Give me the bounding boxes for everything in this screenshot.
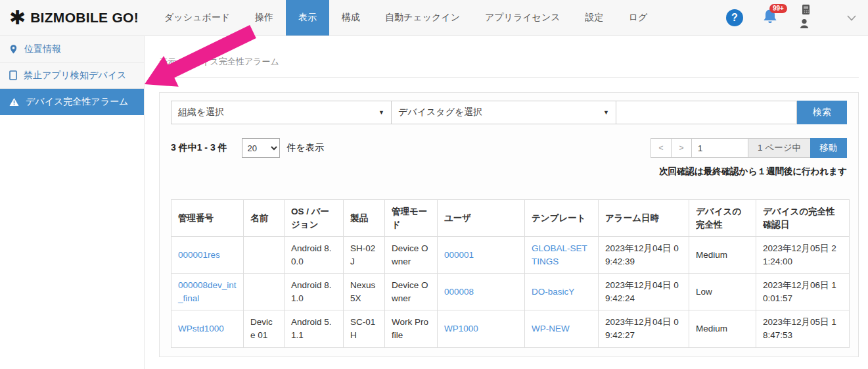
help-icon[interactable]: ? (726, 9, 743, 26)
table-row: WPstd1000 Device 01 Android 5.1.1 SC-01H… (171, 310, 850, 347)
user-link[interactable]: 000008 (444, 287, 474, 297)
template-link[interactable]: WP-NEW (532, 324, 570, 333)
nav-item-operation[interactable]: 操作 (242, 0, 286, 36)
management-number-link[interactable]: 000001res (178, 250, 220, 260)
nav-item-app-license[interactable]: アプリライセンス (472, 0, 573, 36)
col-header-management-mode: 管理モード (385, 200, 438, 237)
os-cell: Android 5.1.1 (285, 310, 344, 347)
warning-triangle-icon (9, 97, 19, 107)
sidebar-item-device-integrity-alarm[interactable]: デバイス完全性アラーム (0, 89, 144, 115)
sidebar-item-label: デバイス完全性アラーム (26, 96, 128, 108)
template-link[interactable]: GLOBAL-SETTINGS (532, 243, 587, 266)
integrity-cell: Medium (689, 237, 756, 274)
device-square-icon (9, 70, 17, 80)
location-pin-icon (9, 44, 18, 55)
search-button[interactable]: 検索 (797, 101, 847, 124)
user-link[interactable]: WP1000 (444, 324, 478, 333)
nav-item-log[interactable]: ログ (616, 0, 660, 36)
go-to-page-button[interactable]: 移動 (810, 138, 847, 158)
user-link[interactable]: 000001 (444, 250, 474, 260)
table-row: 000001res Android 8.0.0 SH-02J Device Ow… (171, 237, 850, 274)
per-page-suffix: 件を表示 (287, 142, 324, 154)
mode-cell: Device Owner (385, 237, 438, 274)
product-cell: Nexus 5X (344, 274, 385, 310)
breadcrumb: 表示 - デバイス完全性アラーム (159, 56, 279, 68)
result-count-summary: 3 件中1 - 3 件 (171, 142, 227, 154)
filter-bar: 組織を選択 ▼ デバイスタグを選択 ▼ 検索 (171, 101, 847, 124)
per-page-select[interactable]: 20 (242, 138, 280, 158)
integrity-checked-cell: 2023年12月05日 18:47:53 (756, 310, 850, 347)
main-menu: ダッシュボード 操作 表示 構成 自動チェックイン アプリライセンス 設定 ログ (152, 0, 660, 36)
name-cell: Device 01 (244, 310, 285, 347)
product-cell: SH-02J (344, 237, 385, 274)
app-logo-text: BIZMOBILE GO! (30, 10, 139, 26)
col-header-name: 名前 (244, 200, 285, 237)
device-integrity-alarm-table: 管理番号 名前 OS / バージョン 製品 管理モード ユーザ テンプレート ア… (171, 199, 850, 348)
page-controls: < > 1 ページ中 移動 (651, 138, 847, 158)
top-navbar: ✱ BIZMOBILE GO! ダッシュボード 操作 表示 構成 自動チェックイ… (0, 0, 868, 36)
name-cell (244, 237, 285, 274)
organization-select[interactable]: 組織を選択 ▼ (171, 101, 392, 124)
col-header-product: 製品 (344, 200, 385, 237)
breadcrumb-divider (159, 77, 859, 78)
next-check-note: 次回確認は最終確認から１週間後に行われます (171, 166, 847, 178)
main-content: 表示 - デバイス完全性アラーム 組織を選択 ▼ デバイスタグを選択 ▼ 検索 … (145, 36, 868, 369)
sidebar-item-label: 位置情報 (24, 43, 61, 55)
mode-cell: Work Profile (385, 310, 438, 347)
total-pages-label: 1 ページ中 (748, 138, 811, 158)
nav-item-view[interactable]: 表示 (286, 0, 329, 36)
organization-select-value: 組織を選択 (178, 107, 224, 118)
prev-page-button[interactable]: < (651, 138, 672, 158)
os-cell: Android 8.1.0 (285, 274, 344, 310)
col-header-integrity-checked-date: デバイスの完全性確認日 (756, 200, 850, 237)
template-link[interactable]: DO-basicY (532, 287, 574, 297)
device-integrity-alarm-panel: 組織を選択 ▼ デバイスタグを選択 ▼ 検索 3 件中1 - 3 件 20 件を… (159, 92, 859, 357)
nav-item-settings[interactable]: 設定 (573, 0, 616, 36)
dropdown-caret-icon: ▼ (603, 109, 609, 116)
device-tag-select[interactable]: デバイスタグを選択 ▼ (391, 101, 616, 124)
col-header-user: ユーザ (438, 200, 525, 237)
dropdown-caret-icon: ▼ (378, 109, 384, 116)
notification-count-badge: 99+ (769, 4, 787, 13)
integrity-cell: Low (689, 274, 756, 310)
alarm-datetime-cell: 2023年12月04日 09:42:24 (599, 274, 689, 310)
product-cell: SC-01H (344, 310, 385, 347)
page-number-input[interactable] (691, 138, 748, 158)
table-header-row: 管理番号 名前 OS / バージョン 製品 管理モード ユーザ テンプレート ア… (171, 200, 850, 237)
pagination-bar: 3 件中1 - 3 件 20 件を表示 < > 1 ページ中 移動 (171, 138, 847, 158)
alarm-datetime-cell: 2023年12月04日 09:42:39 (599, 237, 689, 274)
asterisk-logo-icon: ✱ (9, 8, 26, 28)
col-header-alarm-datetime: アラーム日時 (599, 200, 689, 237)
nav-item-dashboard[interactable]: ダッシュボード (152, 0, 242, 36)
col-header-device-integrity: デバイスの完全性 (689, 200, 756, 237)
mode-cell: Device Owner (385, 274, 438, 310)
navbar-right-group: ? 99+ (726, 0, 868, 36)
integrity-checked-cell: 2023年12月05日 21:24:00 (756, 237, 850, 274)
search-input[interactable] (616, 101, 797, 124)
table-row: 000008dev_int_final Android 8.1.0 Nexus … (171, 274, 850, 310)
integrity-cell: Medium (689, 310, 756, 347)
app-logo[interactable]: ✱ BIZMOBILE GO! (0, 0, 152, 36)
device-user-icon[interactable] (798, 4, 813, 32)
device-tag-select-value: デバイスタグを選択 (398, 107, 482, 118)
nav-item-configuration[interactable]: 構成 (329, 0, 373, 36)
management-number-link[interactable]: 000008dev_int_final (178, 280, 237, 303)
name-cell (244, 274, 285, 310)
sidebar-item-prohibited-app-devices[interactable]: 禁止アプリ検知デバイス (0, 62, 144, 89)
sidebar-item-label: 禁止アプリ検知デバイス (24, 70, 126, 82)
account-chevron-down-icon[interactable] (847, 12, 856, 24)
next-page-button[interactable]: > (671, 138, 692, 158)
col-header-os-version: OS / バージョン (285, 200, 344, 237)
col-header-management-number: 管理番号 (171, 200, 244, 237)
management-number-link[interactable]: WPstd1000 (178, 324, 224, 333)
left-sidebar: 位置情報 禁止アプリ検知デバイス デバイス完全性アラーム (0, 36, 145, 369)
os-cell: Android 8.0.0 (285, 237, 344, 274)
integrity-checked-cell: 2023年12月06日 10:01:57 (756, 274, 850, 310)
sidebar-item-location-info[interactable]: 位置情報 (0, 36, 144, 62)
notification-bell-icon[interactable]: 99+ (762, 8, 779, 28)
alarm-datetime-cell: 2023年12月04日 09:42:27 (599, 310, 689, 347)
col-header-template: テンプレート (525, 200, 599, 237)
nav-item-auto-checkin[interactable]: 自動チェックイン (373, 0, 472, 36)
